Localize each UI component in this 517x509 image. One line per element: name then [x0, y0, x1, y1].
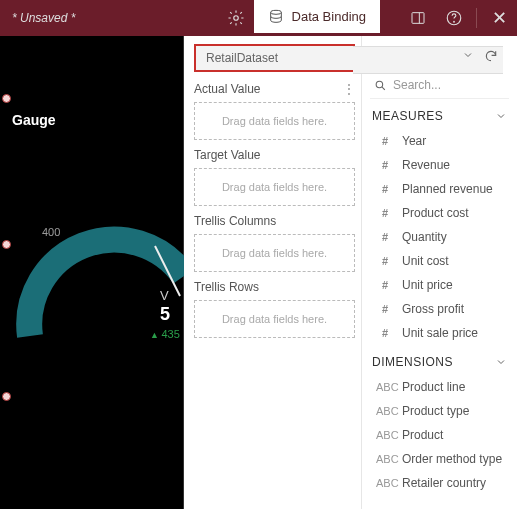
field-dimension[interactable]: ABCProduct [370, 423, 509, 447]
abc-icon: ABC [376, 453, 394, 465]
svg-point-0 [233, 16, 238, 21]
divider [476, 8, 477, 28]
unsaved-label: * Unsaved * [0, 11, 218, 25]
field-label: Planned revenue [402, 182, 493, 196]
help-icon[interactable] [436, 0, 472, 36]
field-dimension[interactable]: ABCProduct type [370, 399, 509, 423]
svg-point-1 [270, 10, 281, 14]
section-actual-value: Actual Value ⋮ [194, 82, 355, 96]
section-trellis-columns: Trellis Columns [194, 214, 355, 228]
selection-handle[interactable] [2, 94, 11, 103]
hash-icon: # [376, 183, 394, 195]
drop-column: RetailDataset Actual Value ⋮ Drag data f… [184, 36, 362, 509]
svg-point-4 [454, 21, 455, 22]
hash-icon: # [376, 327, 394, 339]
hash-icon: # [376, 231, 394, 243]
field-dimension[interactable]: ABCProduct line [370, 375, 509, 399]
dropzone-trellis-rows[interactable]: Drag data fields here. [194, 300, 355, 338]
field-measure[interactable]: #Unit sale price [370, 321, 509, 345]
svg-rect-2 [412, 13, 424, 24]
tab-label: Data Binding [292, 9, 366, 24]
tab-data-binding[interactable]: Data Binding [254, 0, 380, 36]
field-dimension[interactable]: ABCRetailer country [370, 471, 509, 495]
abc-icon: ABC [376, 405, 394, 417]
field-label: Retailer country [402, 476, 486, 490]
field-label: Order method type [402, 452, 502, 466]
search-input[interactable]: Search... [370, 72, 509, 99]
dropzone-trellis-columns[interactable]: Drag data fields here. [194, 234, 355, 272]
hash-icon: # [376, 255, 394, 267]
canvas[interactable]: Gauge 400 V 5 ▲ 435 [0, 36, 184, 509]
hash-icon: # [376, 303, 394, 315]
field-measure[interactable]: #Gross profit [370, 297, 509, 321]
abc-icon: ABC [376, 477, 394, 489]
field-measure[interactable]: #Product cost [370, 201, 509, 225]
database-icon [268, 9, 284, 25]
gauge-delta: ▲ 435 [150, 328, 180, 340]
close-icon[interactable]: ✕ [481, 0, 517, 36]
field-label: Product cost [402, 206, 469, 220]
field-measure[interactable]: #Quantity [370, 225, 509, 249]
data-binding-panel: RetailDataset Actual Value ⋮ Drag data f… [184, 36, 517, 509]
dropzone-actual-value[interactable]: Drag data fields here. [194, 102, 355, 140]
titlebar: * Unsaved * Data Binding ✕ [0, 0, 517, 36]
field-label: Year [402, 134, 426, 148]
field-measure[interactable]: #Unit price [370, 273, 509, 297]
field-label: Product type [402, 404, 469, 418]
gauge-value: 5 [160, 304, 170, 325]
search-placeholder: Search... [393, 78, 441, 92]
chevron-down-icon [495, 356, 507, 368]
section-target-value: Target Value [194, 148, 355, 162]
field-measure[interactable]: #Unit cost [370, 249, 509, 273]
selection-handle[interactable] [2, 392, 11, 401]
dataset-selector[interactable]: RetailDataset [194, 44, 355, 72]
field-label: Revenue [402, 158, 450, 172]
chevron-down-icon[interactable] [462, 49, 474, 66]
field-dimension[interactable]: ABCOrder method type [370, 447, 509, 471]
hash-icon: # [376, 135, 394, 147]
search-icon [374, 79, 387, 92]
dataset-name: RetailDataset [206, 51, 278, 65]
field-label: Unit cost [402, 254, 449, 268]
field-label: Unit sale price [402, 326, 478, 340]
abc-icon: ABC [376, 429, 394, 441]
field-measure[interactable]: #Revenue [370, 153, 509, 177]
more-icon[interactable]: ⋮ [343, 82, 355, 96]
field-measure[interactable]: #Year [370, 129, 509, 153]
chevron-down-icon [495, 110, 507, 122]
field-label: Product [402, 428, 443, 442]
refresh-icon[interactable] [484, 49, 498, 66]
panel-toggle-icon[interactable] [400, 0, 436, 36]
hash-icon: # [376, 207, 394, 219]
field-label: Gross profit [402, 302, 464, 316]
gauge-title: Gauge [12, 112, 56, 128]
hash-icon: # [376, 279, 394, 291]
group-measures[interactable]: MEASURES [370, 99, 509, 129]
field-label: Product line [402, 380, 465, 394]
field-measure[interactable]: #Planned revenue [370, 177, 509, 201]
gauge-value-label: V [160, 288, 169, 303]
svg-point-5 [376, 81, 383, 88]
dropzone-target-value[interactable]: Drag data fields here. [194, 168, 355, 206]
fields-column: Search... MEASURES #Year#Revenue#Planned… [362, 36, 517, 509]
abc-icon: ABC [376, 381, 394, 393]
field-label: Quantity [402, 230, 447, 244]
field-label: Unit price [402, 278, 453, 292]
hash-icon: # [376, 159, 394, 171]
gear-icon[interactable] [218, 0, 254, 36]
gauge-tick: 400 [42, 226, 60, 238]
group-dimensions[interactable]: DIMENSIONS [370, 345, 509, 375]
section-trellis-rows: Trellis Rows [194, 280, 355, 294]
